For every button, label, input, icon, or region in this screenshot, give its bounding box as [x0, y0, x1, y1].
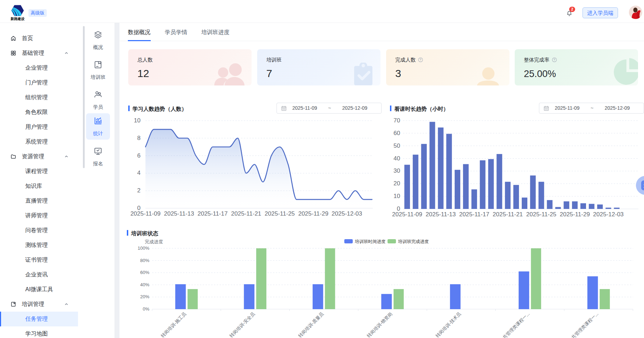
svg-text:40%: 40%: [140, 282, 149, 287]
svg-text:转岗培训-施工员: 转岗培训-施工员: [160, 311, 188, 338]
svg-text:50: 50: [393, 142, 400, 149]
svg-text:完成进度: 完成进度: [145, 239, 163, 244]
svg-text:2: 2: [137, 187, 141, 194]
svg-text:70: 70: [393, 117, 400, 124]
svg-text:2025-11-21: 2025-11-21: [231, 210, 261, 217]
svg-text:4: 4: [137, 170, 141, 176]
svg-text:20%: 20%: [140, 294, 149, 299]
svg-text:0%: 0%: [143, 306, 149, 312]
svg-text:60%: 60%: [140, 270, 149, 275]
svg-text:2025-11-21: 2025-11-21: [493, 211, 523, 218]
svg-text:转岗培训-质量员: 转岗培训-质量员: [297, 311, 325, 338]
svg-text:2025-11-09: 2025-11-09: [392, 211, 422, 218]
svg-text:60: 60: [393, 130, 400, 136]
svg-text:2025-11-13: 2025-11-13: [426, 211, 456, 218]
svg-text:转岗培训-技术员: 转岗培训-技术员: [435, 311, 462, 338]
svg-text:2025-12-03: 2025-12-03: [332, 210, 362, 217]
svg-text:转岗培训-安全员: 转岗培训-安全员: [228, 311, 256, 338]
svg-text:8: 8: [137, 135, 141, 141]
svg-text:2025-11-13: 2025-11-13: [164, 210, 194, 217]
svg-text:100%: 100%: [138, 245, 150, 251]
svg-text:80%: 80%: [140, 258, 149, 263]
svg-text:转岗培训-物资岗: 转岗培训-物资岗: [366, 311, 393, 338]
svg-text:2025-11-17: 2025-11-17: [459, 211, 489, 218]
svg-text:20: 20: [393, 180, 400, 187]
svg-text:6: 6: [137, 152, 141, 159]
svg-text:10: 10: [134, 117, 141, 124]
svg-text:10: 10: [393, 193, 400, 199]
svg-text:公共管理类课程一...: 公共管理类课程一...: [567, 311, 599, 338]
svg-text:2025-11-29: 2025-11-29: [298, 210, 328, 217]
svg-text:2025-11-25: 2025-11-25: [265, 210, 295, 217]
svg-text:2025-11-17: 2025-11-17: [197, 210, 228, 217]
svg-text:2025-11-25: 2025-11-25: [526, 211, 557, 218]
svg-text:2025-11-09: 2025-11-09: [130, 210, 161, 217]
svg-text:2025-12-03: 2025-12-03: [593, 211, 624, 218]
svg-text:2025-11-29: 2025-11-29: [560, 211, 590, 218]
svg-text:40: 40: [393, 155, 400, 162]
svg-text:公共管理类课程一...: 公共管理类课程一...: [499, 311, 531, 338]
svg-text:30: 30: [393, 167, 400, 174]
